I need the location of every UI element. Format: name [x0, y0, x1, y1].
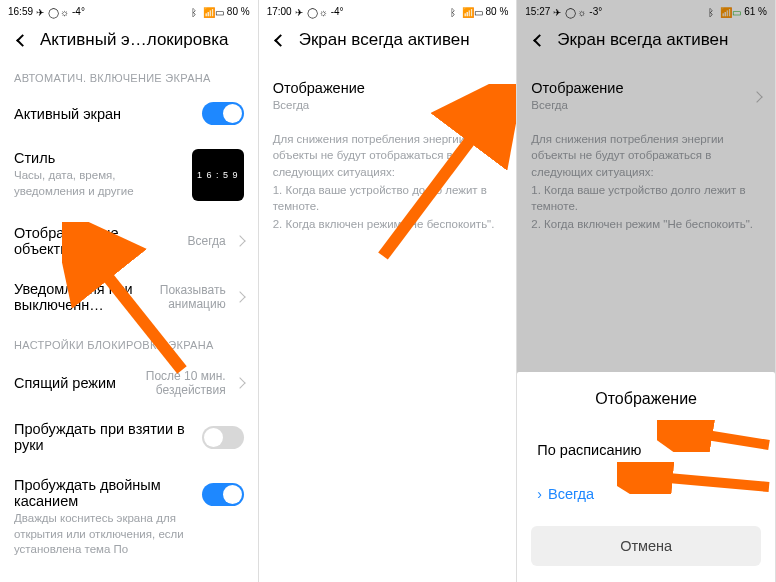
sheet-cancel-button[interactable]: Отмена — [531, 526, 761, 566]
header: Экран всегда активен — [259, 22, 517, 58]
row-title: Пробуждать при взятии в руки — [14, 421, 192, 453]
telegram-icon: ✈ — [36, 7, 45, 16]
row-title: Пробуждать двойным касанием — [14, 477, 192, 509]
arrow-annotation — [371, 84, 517, 266]
row-double-tap-wake[interactable]: Пробуждать двойным касанием Дважды косни… — [0, 465, 258, 570]
signal-icon: 📶 — [462, 7, 471, 16]
status-time: 16:59 — [8, 6, 33, 17]
row-title: Стиль — [14, 150, 182, 166]
arrow-annotation — [657, 420, 775, 452]
tick-icon: › — [537, 486, 542, 502]
signal-icon: 📶 — [203, 7, 212, 16]
battery-icon: ▭ — [215, 7, 224, 16]
circle-icon: ◯ — [307, 7, 316, 16]
page-title: Экран всегда активен — [557, 30, 728, 50]
back-button[interactable] — [529, 30, 549, 50]
status-bar: 17:00 ✈ ◯ ☼ -4° ᛒ 📶 ▭ 80 % — [259, 0, 517, 22]
svg-line-1 — [72, 232, 182, 370]
svg-line-7 — [623, 474, 769, 487]
battery-icon: ▭ — [474, 7, 483, 16]
bluetooth-icon: ᛒ — [450, 7, 459, 16]
chevron-right-icon — [234, 235, 245, 246]
chevron-right-icon — [234, 291, 245, 302]
sun-icon: ☼ — [577, 7, 586, 16]
battery-icon: ▭ — [732, 7, 741, 16]
bluetooth-icon: ᛒ — [708, 7, 717, 16]
arrow-annotation — [617, 462, 775, 494]
toggle-double-tap[interactable] — [202, 483, 244, 506]
sun-icon: ☼ — [319, 7, 328, 16]
toggle-wake-pickup[interactable] — [202, 426, 244, 449]
page-title: Активный э…локировка — [40, 30, 229, 50]
status-bar: 16:59 ✈ ◯ ☼ -4° ᛒ 📶 ▭ 80 % — [0, 0, 258, 22]
phone-3: 15:27 ✈ ◯ ☼ -3° ᛒ 📶 ▭ 61 % Экран всегда … — [517, 0, 776, 582]
phone-2: 17:00 ✈ ◯ ☼ -4° ᛒ 📶 ▭ 80 % Экран всегда … — [259, 0, 518, 582]
info-text: Для снижения потребления энергии объекты… — [517, 126, 775, 241]
toggle-active-screen[interactable] — [202, 102, 244, 125]
status-bar: 15:27 ✈ ◯ ☼ -3° ᛒ 📶 ▭ 61 % — [517, 0, 775, 22]
header: Активный э…локировка — [0, 22, 258, 58]
row-subtitle: Дважды коснитесь экрана для открытия или… — [14, 511, 192, 558]
row-active-screen[interactable]: Активный экран — [0, 90, 258, 137]
bluetooth-icon: ᛒ — [191, 7, 200, 16]
style-preview: 1 6 : 5 9 — [192, 149, 244, 201]
chevron-right-icon — [751, 91, 762, 102]
status-temp: -4° — [72, 6, 85, 17]
status-battery: 80 % — [227, 6, 250, 17]
row-subtitle: Часы, дата, время, уведомления и другие — [14, 168, 182, 199]
header: Экран всегда активен — [517, 22, 775, 58]
chevron-left-icon — [533, 34, 546, 47]
row-wake-pickup[interactable]: Пробуждать при взятии в руки — [0, 409, 258, 465]
status-time: 15:27 — [525, 6, 550, 17]
row-display[interactable]: Отображение Всегда — [517, 68, 775, 126]
chevron-left-icon — [16, 34, 29, 47]
arrow-annotation — [62, 222, 198, 378]
status-temp: -3° — [589, 6, 602, 17]
chevron-left-icon — [274, 34, 287, 47]
row-subtitle: Всегда — [531, 98, 743, 114]
sheet-title: Отображение — [517, 390, 775, 408]
row-title: Активный экран — [14, 106, 192, 122]
circle-icon: ◯ — [565, 7, 574, 16]
sun-icon: ☼ — [60, 7, 69, 16]
back-button[interactable] — [271, 30, 291, 50]
page-title: Экран всегда активен — [299, 30, 470, 50]
telegram-icon: ✈ — [295, 7, 304, 16]
section-label: АВТОМАТИЧ. ВКЛЮЧЕНИЕ ЭКРАНА — [0, 58, 258, 90]
svg-line-5 — [663, 428, 769, 445]
status-battery: 61 % — [744, 6, 767, 17]
row-title: Отображение — [531, 80, 743, 96]
back-button[interactable] — [12, 30, 32, 50]
svg-line-3 — [383, 94, 505, 256]
status-battery: 80 % — [486, 6, 509, 17]
phone-1: 16:59 ✈ ◯ ☼ -4° ᛒ 📶 ▭ 80 % Активный э…ло… — [0, 0, 259, 582]
circle-icon: ◯ — [48, 7, 57, 16]
signal-icon: 📶 — [720, 7, 729, 16]
chevron-right-icon — [234, 377, 245, 388]
row-style[interactable]: Стиль Часы, дата, время, уведомления и д… — [0, 137, 258, 213]
telegram-icon: ✈ — [553, 7, 562, 16]
status-temp: -4° — [331, 6, 344, 17]
status-time: 17:00 — [267, 6, 292, 17]
